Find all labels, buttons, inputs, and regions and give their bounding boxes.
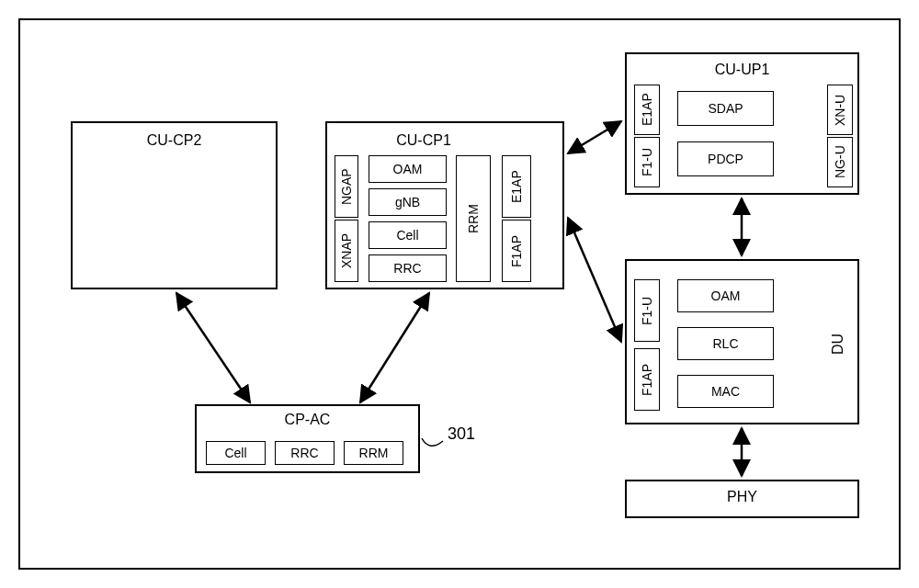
- du-f1u: F1-U: [634, 279, 660, 342]
- svg-line-3: [568, 218, 621, 342]
- cu-cp1-ngap: NGAP: [335, 155, 358, 218]
- cu-cp1-rrm: RRM: [456, 155, 491, 282]
- cp-ac-rrc: RRC: [275, 441, 335, 465]
- phy-title: PHY: [627, 489, 857, 505]
- cu-cp1-title: CU-CP1: [382, 132, 465, 149]
- cu-up1-sdap: SDAP: [677, 91, 774, 126]
- cu-up1-f1u: F1-U: [634, 137, 660, 187]
- cu-cp1-f1ap: F1AP: [502, 220, 531, 282]
- outer-frame: CU-CP2 CU-CP1 XNAP NGAP OAM gNB Cell RRC…: [18, 18, 901, 570]
- cu-cp1-box: CU-CP1 XNAP NGAP OAM gNB Cell RRC RRM E1…: [325, 121, 564, 289]
- du-title: DU: [830, 325, 846, 362]
- cu-cp1-cell: Cell: [369, 221, 447, 249]
- cu-up1-xnu: XN-U: [827, 85, 853, 135]
- cu-cp1-rrc: RRC: [369, 254, 447, 282]
- du-rlc: RLC: [677, 327, 774, 360]
- phy-box: PHY: [625, 480, 859, 518]
- cu-up1-ngu: NG-U: [827, 137, 853, 187]
- cu-up1-e1ap: E1AP: [634, 85, 660, 135]
- cp-ac-cell: Cell: [206, 441, 266, 465]
- cu-cp2-box: CU-CP2: [71, 121, 278, 289]
- annotation-301: 301: [448, 424, 475, 444]
- cu-up1-pdcp: PDCP: [677, 141, 774, 176]
- cu-cp1-oam: OAM: [369, 155, 447, 183]
- du-box: F1AP F1-U OAM RLC MAC DU: [625, 259, 859, 424]
- svg-line-0: [176, 293, 250, 402]
- svg-line-1: [360, 293, 429, 402]
- svg-line-2: [568, 121, 621, 153]
- cu-cp1-xnap: XNAP: [335, 220, 358, 282]
- cu-cp1-gnb: gNB: [369, 188, 447, 216]
- cp-ac-box: CP-AC Cell RRC RRM: [195, 404, 420, 473]
- cu-up1-title: CU-UP1: [627, 62, 857, 78]
- cu-cp2-title: CU-CP2: [73, 132, 276, 149]
- cu-cp1-e1ap: E1AP: [502, 155, 531, 218]
- du-f1ap: F1AP: [634, 348, 660, 411]
- cp-ac-title: CP-AC: [197, 412, 418, 428]
- cp-ac-rrm: RRM: [344, 441, 403, 465]
- du-oam: OAM: [677, 279, 774, 312]
- du-mac: MAC: [677, 375, 774, 408]
- cu-up1-box: CU-UP1 F1-U E1AP SDAP PDCP NG-U XN-U: [625, 52, 859, 195]
